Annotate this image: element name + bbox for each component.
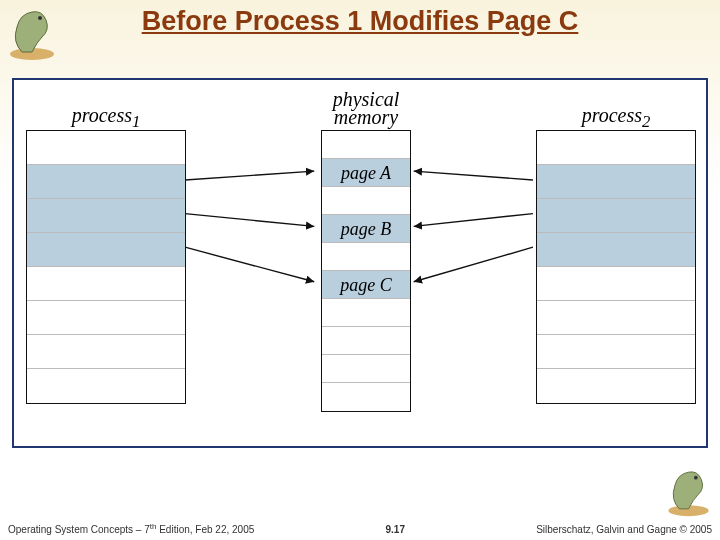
- footer-left-suffix: Edition, Feb 22, 2005: [156, 525, 254, 536]
- slide-title: Before Process 1 Modifies Page C: [0, 6, 720, 37]
- process2-column: [536, 130, 696, 404]
- process2-slot-0: [537, 131, 695, 165]
- process1-slot-3: [27, 233, 185, 267]
- physical-memory-label: physical memory: [306, 90, 426, 126]
- process1-subscript: 1: [132, 112, 140, 131]
- process2-slot-7: [537, 369, 695, 403]
- process1-slot-4: [27, 267, 185, 301]
- svg-point-3: [694, 476, 698, 480]
- memory-label-line2: memory: [334, 106, 398, 128]
- memory-diagram: process1 physical memory process2 page A: [26, 92, 694, 434]
- process1-slot-2: [27, 199, 185, 233]
- process2-slot-6: [537, 335, 695, 369]
- process2-slot-1: [537, 165, 695, 199]
- process1-label-text: process: [72, 104, 132, 126]
- mem-slot-8: [322, 355, 410, 383]
- footer-left: Operating System Concepts – 7th Edition,…: [8, 522, 254, 535]
- process2-slot-5: [537, 301, 695, 335]
- mem-slot-6: [322, 299, 410, 327]
- diagram-frame: process1 physical memory process2 page A: [12, 78, 708, 448]
- physical-memory-column: page A page B page C: [321, 130, 411, 412]
- mem-slot-9: [322, 383, 410, 411]
- process2-label: process2: [556, 104, 676, 132]
- footer-right: Silberschatz, Galvin and Gagne © 2005: [536, 524, 712, 535]
- process1-label: process1: [46, 104, 166, 132]
- footer-left-prefix: Operating System Concepts – 7: [8, 525, 150, 536]
- slide-footer: Operating System Concepts – 7th Edition,…: [0, 518, 720, 540]
- process2-slot-2: [537, 199, 695, 233]
- mem-page-b: page B: [322, 215, 410, 243]
- process1-slot-1: [27, 165, 185, 199]
- process1-column: [26, 130, 186, 404]
- mem-slot-2: [322, 187, 410, 215]
- process2-subscript: 2: [642, 112, 650, 131]
- mem-slot-0: [322, 131, 410, 159]
- process1-slot-7: [27, 369, 185, 403]
- dinosaur-logo-bottom: [661, 463, 716, 518]
- process2-label-text: process: [582, 104, 642, 126]
- mem-page-a: page A: [322, 159, 410, 187]
- process2-slot-4: [537, 267, 695, 301]
- mem-slot-7: [322, 327, 410, 355]
- slide-number: 9.17: [386, 524, 405, 535]
- mem-page-c: page C: [322, 271, 410, 299]
- mem-slot-4: [322, 243, 410, 271]
- process1-slot-6: [27, 335, 185, 369]
- process1-slot-0: [27, 131, 185, 165]
- process2-slot-3: [537, 233, 695, 267]
- process1-slot-5: [27, 301, 185, 335]
